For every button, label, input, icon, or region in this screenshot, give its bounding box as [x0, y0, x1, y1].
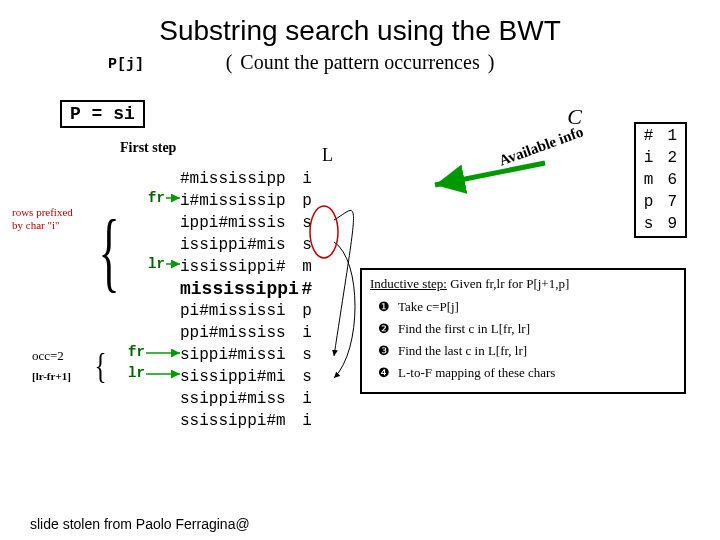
- lr-pointer-0: lr: [148, 256, 165, 272]
- bwt-row: #mississippi: [180, 168, 316, 190]
- bwt-row: ippi#mississ: [180, 212, 316, 234]
- fr-pointer-0: fr: [148, 190, 165, 206]
- l-column-label: L: [322, 145, 333, 166]
- bwt-row: mississippi#: [180, 278, 316, 300]
- bwt-row: ississippi#m: [180, 256, 316, 278]
- slide-credit: slide stolen from Paolo Ferragina@: [30, 516, 250, 532]
- svg-line-4: [435, 163, 545, 185]
- occ-label: occ=2: [32, 348, 64, 364]
- bwt-row: pi#mississip: [180, 300, 316, 322]
- bwt-row: i#mississipp: [180, 190, 316, 212]
- c-table-row: i2: [638, 148, 683, 168]
- c-table-row: m6: [638, 170, 683, 190]
- inductive-step-item: L-to-F mapping of these chars: [396, 362, 676, 384]
- fr-pointer-1: fr: [128, 344, 145, 360]
- inductive-step-list: Take c=P[j]Find the first c in L[fr, lr]…: [370, 296, 676, 384]
- subtitle-text: Count the pattern occurrences: [240, 51, 479, 74]
- brace-icon-small: {: [95, 356, 107, 378]
- available-info-label: Available info: [496, 123, 585, 169]
- paren-close: ): [488, 51, 495, 74]
- pattern-box: P = si: [60, 100, 145, 128]
- inductive-step-item: Find the first c in L[fr, lr]: [396, 318, 676, 340]
- bwt-row: issippi#miss: [180, 234, 316, 256]
- c-table: #1i2m6p7s9: [634, 122, 687, 238]
- c-table-row: p7: [638, 192, 683, 212]
- c-table-row: s9: [638, 214, 683, 234]
- range-formula-label: [lr-fr+1]: [32, 370, 71, 382]
- inductive-step-box: Inductive step: Given fr,lr for P[j+1,p]…: [360, 268, 686, 394]
- first-step-label: First step: [120, 140, 176, 156]
- bwt-row: ssissippi#mi: [180, 410, 316, 432]
- bwt-row: ppi#mississi: [180, 322, 316, 344]
- slide-title: Substring search using the BWT: [30, 15, 690, 47]
- inductive-step-item: Take c=P[j]: [396, 296, 676, 318]
- brace-icon: {: [99, 226, 120, 279]
- paren-open: (: [226, 51, 233, 74]
- c-table-row: #1: [638, 126, 683, 146]
- inductive-step-item: Find the last c in L[fr, lr]: [396, 340, 676, 362]
- bwt-matrix: #mississippii#mississippippi#missississi…: [180, 168, 316, 432]
- bwt-row: sippi#missis: [180, 344, 316, 366]
- bwt-row: ssippi#missi: [180, 388, 316, 410]
- lr-pointer-1: lr: [128, 365, 145, 381]
- inductive-step-header: Inductive step: Given fr,lr for P[j+1,p]: [370, 276, 676, 292]
- p-j-label: P[j]: [108, 56, 144, 73]
- bwt-row: sissippi#mis: [180, 366, 316, 388]
- rows-prefixed-label: rows prefixed by char "i": [12, 206, 73, 232]
